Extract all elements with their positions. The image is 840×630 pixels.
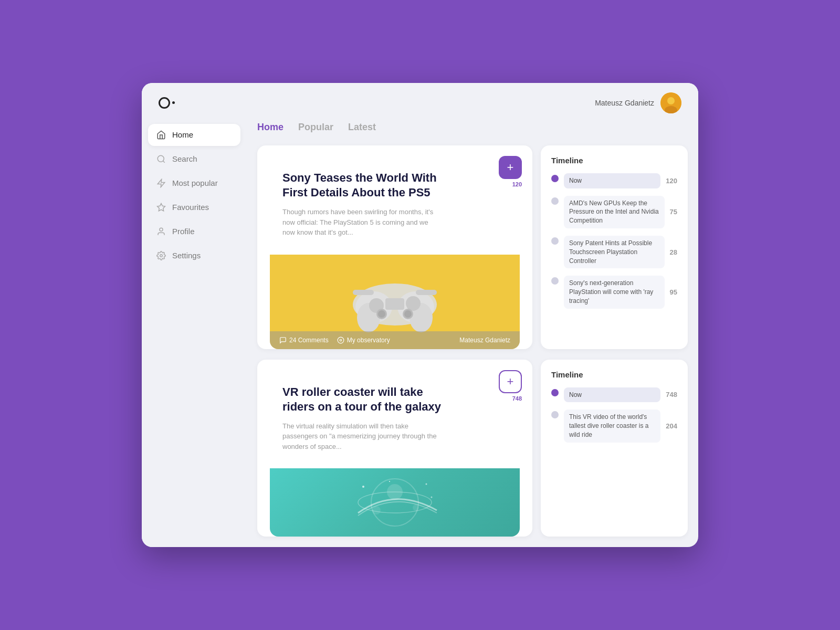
svg-point-15 [406,296,421,311]
article-excerpt-1: Though rumors have been swirling for mon… [282,207,440,238]
sidebar-item-favourites[interactable]: Favourites [148,196,240,218]
timeline-item-vr-now: Now 748 [551,387,677,403]
timeline-title-2: Timeline [551,370,677,379]
sidebar-label-search: Search [172,154,197,163]
timeline-title-1: Timeline [551,156,677,165]
timeline-count-3: 28 [670,248,677,256]
svg-point-20 [404,310,412,318]
logo-circle-icon [159,97,170,109]
svg-point-29 [413,505,419,511]
svg-marker-6 [158,203,165,211]
timeline-dot-4 [551,277,559,285]
main-layout: Home Search Most popula [142,113,698,547]
article-image-vr [270,468,520,537]
app-window: Mateusz Gdanietz Home [142,83,698,547]
svg-rect-22 [416,290,437,295]
gear-icon [156,251,166,260]
sidebar-item-search[interactable]: Search [148,148,240,170]
timeline-label-4: Sony's next-generation PlayStation will … [564,276,665,308]
sidebar: Home Search Most popula [142,113,247,547]
timeline-count-vr-now: 748 [666,391,677,398]
article-card-2: VR roller coaster will take riders on a … [257,360,532,537]
article-footer-1: 24 Comments My observatory Mateusz Gdani… [270,331,520,349]
sidebar-label-home: Home [172,130,193,139]
header: Mateusz Gdanietz [142,83,698,113]
timeline-label-vr-2: This VR video of the world's tallest div… [564,410,660,442]
svg-rect-21 [353,290,374,295]
timeline-count-2: 75 [670,208,677,216]
vr-image-svg [348,476,442,529]
timeline-item-4: Sony's next-generation PlayStation will … [551,276,677,308]
avatar[interactable] [660,92,681,113]
sidebar-label-favourites: Favourites [172,203,209,212]
home-icon [156,130,166,140]
article-image-ps5: 24 Comments My observatory Mateusz Gdani… [270,255,520,349]
svg-point-1 [667,97,675,104]
article-title-2: VR roller coaster will take riders on a … [282,385,451,415]
timeline-label-vr-now: Now [564,387,660,403]
author-text: Mateusz Gdanietz [459,337,510,344]
user-name: Mateusz Gdanietz [595,99,654,107]
svg-point-23 [338,337,344,343]
sidebar-label-settings: Settings [172,251,201,260]
sidebar-item-settings[interactable]: Settings [148,245,240,267]
timeline-count-vr-2: 204 [666,422,677,430]
timeline-label-3: Sony Patent Hints at Possible Touchscree… [564,236,665,268]
tab-popular[interactable]: Popular [298,122,333,135]
observatory-text: My observatory [347,337,390,344]
sidebar-label-profile: Profile [172,227,195,236]
sidebar-item-popular[interactable]: Most popular [148,172,240,194]
sidebar-item-profile[interactable]: Profile [148,220,240,243]
content-area: Home Popular Latest Sony Teases the Worl… [247,113,698,547]
timeline-count-now-1: 120 [666,177,677,185]
tab-latest[interactable]: Latest [348,122,376,135]
timeline-dot-vr-2 [551,411,559,418]
lightning-icon [156,178,166,188]
add-button-2[interactable]: + [499,370,522,393]
comments-text: 24 Comments [289,337,329,344]
timeline-label-now-1: Now [564,173,660,188]
timeline-item-vr-2: This VR video of the world's tallest div… [551,410,677,442]
timeline-item-2: AMD's New GPUs Keep the Pressure on the … [551,196,677,228]
svg-point-7 [160,228,163,231]
add-count-2: 748 [512,395,522,402]
article-card-1: Sony Teases the World With First Details… [257,145,532,349]
timeline-dot-vr-active [551,389,559,396]
svg-point-31 [426,484,427,485]
tabs: Home Popular Latest [257,122,688,135]
logo-dot-icon [172,101,175,104]
article-row-1: Sony Teases the World With First Details… [257,145,688,349]
logo [159,97,175,109]
observatory-label: My observatory [337,337,390,344]
add-count-1: 120 [512,181,522,187]
article-excerpt-2: The virtual reality simulation will then… [282,421,440,452]
add-button-1[interactable]: + [499,156,522,179]
timeline-dot-active-1 [551,175,559,182]
timeline-item-now-1: Now 120 [551,173,677,188]
timeline-dot-3 [551,237,559,245]
svg-point-30 [362,486,364,488]
tab-home[interactable]: Home [257,122,284,135]
timeline-count-4: 95 [670,288,677,296]
timeline-card-2: Timeline Now 748 This VR video of the wo… [541,360,688,537]
timeline-dot-2 [551,197,559,205]
timeline-card-1: Timeline Now 120 AMD's New GPUs Keep the… [541,145,688,349]
article-row-2: VR roller coaster will take riders on a … [257,360,688,537]
user-info: Mateusz Gdanietz [595,92,681,113]
sidebar-item-home[interactable]: Home [148,124,240,146]
sidebar-label-popular: Most popular [172,178,218,187]
svg-point-3 [158,155,164,162]
svg-point-8 [160,255,163,257]
comments-label: 24 Comments [279,337,329,344]
svg-point-33 [431,497,433,498]
svg-rect-16 [385,298,404,310]
timeline-label-2: AMD's New GPUs Keep the Pressure on the … [564,196,665,228]
ps5-controller-svg [337,268,453,336]
svg-marker-5 [158,179,165,187]
timeline-item-3: Sony Patent Hints at Possible Touchscree… [551,236,677,268]
article-title-1: Sony Teases the World With First Details… [282,171,451,201]
search-icon [156,154,166,164]
svg-point-18 [378,310,385,318]
svg-point-32 [389,481,390,482]
svg-line-4 [163,161,164,162]
